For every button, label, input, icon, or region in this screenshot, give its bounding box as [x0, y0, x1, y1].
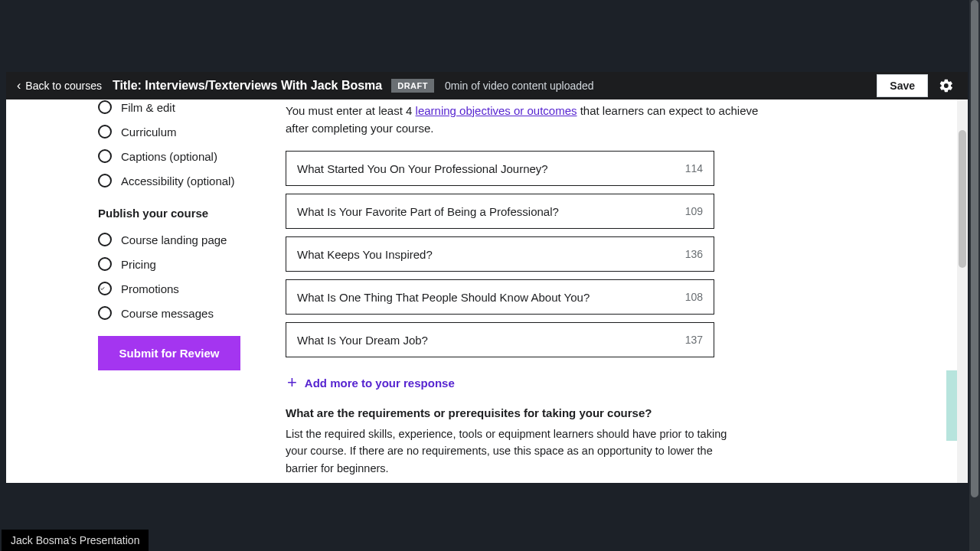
sidebar-item-label: Accessibility (optional) — [121, 174, 234, 187]
sidebar-item-label: Captions (optional) — [121, 150, 217, 163]
objective-input[interactable]: What Is Your Dream Job? 137 — [286, 322, 714, 357]
objective-value: What Is One Thing That People Should Kno… — [297, 291, 685, 304]
learning-objectives-link[interactable]: learning objectives or outcomes — [416, 104, 577, 117]
sidebar-item-label: Pricing — [121, 258, 156, 271]
char-count: 137 — [685, 334, 703, 346]
sidebar-item-label: Course messages — [121, 307, 214, 320]
objective-value: What Keeps You Inspired? — [297, 248, 685, 261]
intro-pre: You must enter at least 4 — [286, 104, 416, 117]
submit-for-review-button[interactable]: Submit for Review — [98, 336, 240, 370]
objective-input[interactable]: What Keeps You Inspired? 136 — [286, 236, 714, 272]
add-more-label: Add more to your response — [305, 377, 455, 390]
radio-icon — [98, 149, 112, 163]
main-panel: You must enter at least 4 learning objec… — [286, 99, 776, 483]
content-area: Film & edit Curriculum Captions (optiona… — [6, 99, 968, 483]
draft-badge: DRAFT — [391, 79, 434, 93]
back-label: Back to courses — [25, 80, 102, 92]
sidebar-item-curriculum[interactable]: Curriculum — [98, 119, 259, 144]
sidebar-item-film-edit[interactable]: Film & edit — [98, 95, 259, 119]
radio-icon — [98, 306, 112, 320]
course-title: Title: Interviews/Texterviews With Jack … — [113, 79, 382, 93]
objective-input[interactable]: What Started You On Your Professional Jo… — [286, 151, 714, 186]
radio-icon — [98, 174, 112, 187]
add-more-button[interactable]: + Add more to your response — [286, 365, 776, 406]
char-count: 136 — [685, 248, 703, 260]
requirements-question: What are the requirements or prerequisit… — [286, 406, 776, 419]
radio-icon — [98, 125, 112, 139]
sidebar-item-accessibility[interactable]: Accessibility (optional) — [98, 168, 259, 193]
sidebar: Film & edit Curriculum Captions (optiona… — [98, 99, 259, 370]
app-viewport: ‹ Back to courses Title: Interviews/Text… — [6, 72, 968, 483]
back-to-courses-link[interactable]: ‹ Back to courses — [6, 79, 102, 93]
intro-text: You must enter at least 4 learning objec… — [286, 99, 776, 137]
requirements-description: List the required skills, experience, to… — [286, 425, 745, 477]
outer-scrollbar[interactable] — [969, 0, 980, 551]
inner-scrollbar[interactable] — [957, 99, 968, 483]
sidebar-item-captions[interactable]: Captions (optional) — [98, 144, 259, 168]
char-count: 114 — [685, 162, 703, 174]
objective-input[interactable]: What Is Your Favorite Part of Being a Pr… — [286, 194, 714, 229]
radio-icon — [98, 233, 112, 246]
sidebar-section-header: Publish your course — [98, 207, 259, 220]
radio-checked-icon — [98, 282, 112, 295]
objective-input[interactable]: What Is One Thing That People Should Kno… — [286, 279, 714, 315]
gear-icon — [939, 78, 954, 93]
sidebar-item-label: Course landing page — [121, 233, 227, 246]
presentation-caption: Jack Bosma's Presentation — [2, 530, 149, 551]
sidebar-item-label: Promotions — [121, 282, 179, 295]
sidebar-item-label: Film & edit — [121, 101, 175, 114]
radio-icon — [98, 100, 112, 114]
objective-value: What Is Your Favorite Part of Being a Pr… — [297, 205, 685, 218]
upload-status: 0min of video content uploaded — [445, 80, 594, 92]
settings-button[interactable] — [936, 75, 957, 96]
sidebar-item-course-messages[interactable]: Course messages — [98, 301, 259, 325]
sidebar-item-label: Curriculum — [121, 126, 177, 139]
radio-icon — [98, 257, 112, 271]
plus-icon: + — [287, 373, 297, 393]
char-count: 108 — [685, 291, 703, 303]
objective-value: What Is Your Dream Job? — [297, 334, 685, 347]
sidebar-item-pricing[interactable]: Pricing — [98, 252, 259, 276]
char-count: 109 — [685, 205, 703, 217]
sidebar-item-landing-page[interactable]: Course landing page — [98, 227, 259, 252]
save-button[interactable]: Save — [877, 74, 928, 97]
chevron-left-icon: ‹ — [17, 79, 21, 93]
sidebar-item-promotions[interactable]: Promotions — [98, 276, 259, 301]
objective-value: What Started You On Your Professional Jo… — [297, 162, 685, 175]
help-widget-tab[interactable] — [946, 370, 957, 441]
